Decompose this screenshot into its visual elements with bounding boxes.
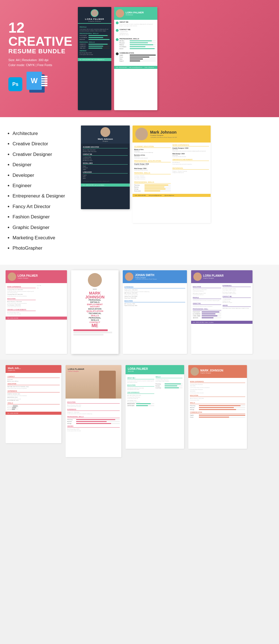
resume-preview-lora-teal: LORA PALMER Architecture ABOUT ME Lorem …	[114, 7, 157, 110]
template-list: Architecture Creative Director Creativer…	[6, 126, 75, 256]
list-item-marketing-executive: Marketing Executive	[13, 233, 75, 243]
section2-list-previews: Architecture Creative Director Creativer…	[0, 117, 279, 265]
list-item-fancy-art-director: Fancy Art Director	[13, 201, 75, 212]
rlt-body: ABOUT ME Lorem ipsum dolor sit amet cons…	[114, 20, 157, 66]
list-item-engineer: Engineer	[13, 180, 75, 191]
list-item-developer: Developer	[13, 170, 75, 180]
rla-header: LORA PALMER About Me	[126, 365, 184, 374]
rmd-body: ACADEMIC EDUCATION Master of Arts 2014-2…	[81, 144, 130, 184]
template-items-list: Architecture Creative Director Creativer…	[6, 128, 75, 254]
rmy-photo	[135, 128, 148, 140]
rmd-header: Mark Johnson Designer	[81, 126, 130, 144]
resume-preview-lora-dark: LORA PALMER Creative Director PROFILE Lo…	[78, 7, 111, 110]
resume-preview-mark-wordart: MARK MARK JOHNSON PERSONAL DETAILS EMPLO…	[71, 270, 119, 354]
section3: LORA PALMER Graphic Designer WORK EXPERI…	[0, 265, 279, 360]
word-icon: W	[25, 72, 47, 97]
rd-photo	[91, 9, 98, 17]
specs-line1: Size: A4 | Resolution: 300 dpi Color mod…	[8, 58, 72, 67]
rmy-body: ACADEMIC EDUCATION: Master of Arts 2014-…	[133, 143, 211, 194]
list-item-entrepreneur: Entrepreneur & Designer	[13, 191, 75, 201]
bundle-creative: CREATIVE	[8, 35, 72, 48]
resume-preview-mark-dark: Mark Johnson Designer ACADEMIC EDUCATION…	[81, 126, 130, 209]
resume-preview-lora-about: LORA PALMER About Me ABOUT ME ! Lorem ip…	[126, 365, 184, 449]
banner-resume-previews: LORA PALMER Creative Director PROFILE Lo…	[78, 7, 271, 110]
rmy-footer: Call: +00123-4567890 mail: yourmail@gmai…	[133, 194, 211, 197]
rlf-body: EDUCATION Master Business 2012-2013Lorem…	[66, 399, 121, 433]
resume-preview-lora-purple: LORA PLAMAR Graphic Designer EDUCATION M…	[191, 270, 252, 354]
rlp-photo	[193, 272, 202, 281]
section2-resume-previews: Mark Johnson Designer ACADEMIC EDUCATION…	[81, 126, 273, 223]
list-item-photographer: PhotoGrapher	[13, 243, 75, 253]
resume-preview-mark-red: Mark Joh... Graphic De... / CONTACT Tel:…	[6, 365, 61, 443]
previews-row-1: Mark Johnson Designer ACADEMIC EDUCATION…	[81, 126, 273, 223]
rlp-header: LORA PLAMAR Graphic Designer	[191, 270, 252, 283]
list-item-fashion-designer: Fashion Designer	[13, 212, 75, 222]
rlf-name-block: LORA PLAMAR Fashion Designer	[68, 368, 84, 372]
rmc-photo	[191, 367, 199, 376]
resume-preview-mark-yellow: Mark Johnson Creative Designer +1(234)90…	[133, 126, 211, 223]
rlt-footer: Call: +00123-4567890 mail: yourmail@gmai…	[114, 66, 157, 69]
top-banner: 12 CREATIVE RESUME BUNDLE Size: A4 | Res…	[0, 0, 279, 117]
rwa-photo	[88, 273, 102, 287]
section4: Mark Joh... Graphic De... / CONTACT Tel:…	[0, 360, 279, 463]
bundle-number: 12	[8, 20, 72, 35]
resume-preview-lora-blue: LORA PALMER Graphic Designer WORK EXPERI…	[6, 270, 67, 354]
rmc-header: MARK JOHNSON Graphic Designer	[188, 365, 247, 378]
software-icons: Ps W	[8, 72, 72, 97]
rmc-body: WORK EXPERIENCE Company Name Business201…	[188, 378, 247, 420]
word-front-layer: W	[27, 72, 42, 90]
rlb-photo	[8, 272, 16, 281]
rlb-header: LORA PALMER Graphic Designer	[6, 270, 67, 283]
resume-preview-mark-coral: MARK JOHNSON Graphic Designer WORK EXPER…	[188, 365, 247, 449]
resume-preview-johan: JOHAN SMITH Graphic Designer +1(234)9090…	[123, 270, 187, 354]
banner-title-block: 12 CREATIVE RESUME BUNDLE Size: A4 | Res…	[8, 20, 72, 97]
rmr-header: Mark Joh... Graphic De...	[6, 365, 61, 373]
rmy-header: Mark Johnson Creative Designer +1(234)90…	[133, 126, 211, 143]
rj-header: JOHAN SMITH Graphic Designer +1(234)9090…	[123, 270, 187, 283]
wordart-lines: MARK JOHNSON PERSONAL DETAILS EMPLOYMENT…	[73, 291, 116, 328]
skill-row-photoshop: PHOTOSHOP	[80, 35, 110, 36]
photoshop-icon: Ps	[8, 77, 22, 91]
rmd-photo	[100, 127, 110, 137]
rlf-photo-bg: LORA PLAMAR Fashion Designer	[66, 365, 121, 399]
word-lines-decoration	[41, 75, 47, 87]
rmr-body: / CONTACT Tel: yourtel Address: your add…	[6, 373, 61, 412]
rla-body: ABOUT ME ! Lorem ipsum dolor sit amet co…	[126, 374, 184, 409]
rd-header: LORA PALMER Creative Director	[78, 7, 111, 24]
resume-preview-lora-fashion: LORA PLAMAR Fashion Designer EDUCATION M…	[66, 365, 121, 457]
rlf-person-silhouette	[99, 371, 116, 399]
rd-body: PROFILE Lorem ipsum dolor sit amet conse…	[78, 24, 111, 57]
list-item-designer: Designer	[13, 160, 75, 170]
skill-row-indesign: INDESIGN	[80, 39, 110, 40]
rj-body: Experience Smith and Co / 2010-2014 Lore…	[123, 283, 187, 308]
rj-photo	[125, 272, 133, 281]
list-item-creative-director: Creative Director	[13, 139, 75, 149]
list-item-creative-designer: Creativer Designer	[13, 149, 75, 160]
rlb-body: WORK EXPERIENCE Company Name Id / 2012-2…	[6, 283, 67, 317]
bundle-subtitle: RESUME BUNDLE	[8, 48, 72, 55]
rlt-photo	[116, 9, 124, 18]
list-item-graphic-designer: Graphic Designer	[13, 222, 75, 233]
list-item-architecture: Architecture	[13, 128, 75, 139]
rlt-header: LORA PALMER Architecture	[114, 7, 157, 20]
skill-row-illustrator: ILLUSTRATOR	[80, 37, 110, 38]
